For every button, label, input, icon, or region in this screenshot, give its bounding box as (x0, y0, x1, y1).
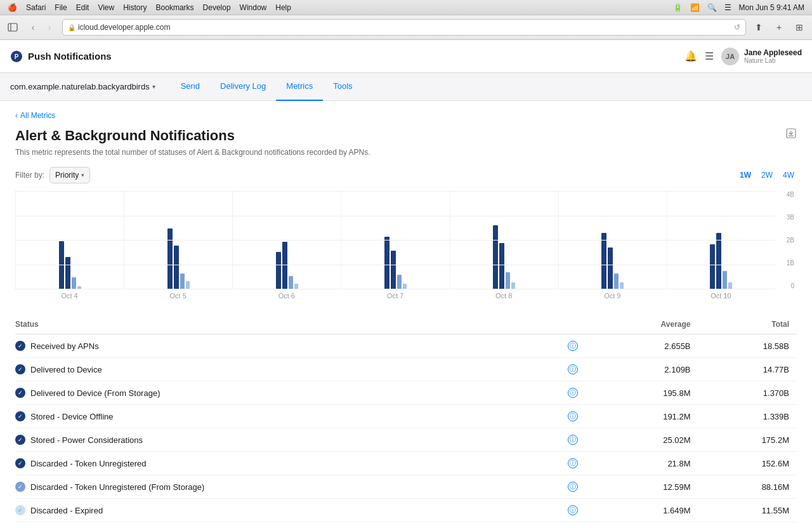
status-label: Discarded - Token Unregistered (From Sto… (30, 482, 204, 492)
chevron-down-icon: ▾ (152, 83, 155, 90)
status-row: ✓ Discarded - Token Unregistered (15, 458, 560, 468)
status-label: Discarded - Expired (30, 506, 103, 515)
priority-filter[interactable]: Priority ▾ (49, 167, 90, 183)
menu-edit[interactable]: Edit (76, 3, 89, 12)
status-label-cell: ✓ Delivered to Device (15, 358, 568, 381)
status-label-cell: ✓ Delivered to Device (From Storage) (15, 381, 568, 405)
apple-icon[interactable]: 🍎 (8, 3, 17, 12)
breadcrumb[interactable]: ‹ All Metrics (15, 111, 797, 120)
tab-send[interactable]: Send (171, 73, 210, 101)
app-logo: P (10, 50, 23, 63)
y-label-3b: 3B (787, 214, 794, 221)
status-info-cell: ⓘ (568, 522, 593, 529)
filter-value: Priority (55, 171, 79, 180)
address-bar[interactable]: 🔒 icloud.developer.apple.com ↺ (62, 19, 746, 36)
status-check-icon: ✓ (15, 458, 25, 468)
info-icon[interactable]: ⓘ (568, 482, 578, 492)
breadcrumb-label: All Metrics (20, 111, 55, 120)
status-table: Status Average Total ✓ Received by APNs … (15, 315, 797, 528)
status-total: 18.58B (698, 334, 797, 358)
status-label: Stored - Device Offline (30, 412, 114, 421)
y-label-0: 0 (790, 282, 794, 289)
status-info-cell: ⓘ (568, 334, 593, 358)
x-label-oct5: Oct 5 (124, 292, 232, 300)
battery-icon: 🔋 (673, 3, 683, 12)
hamburger-menu-button[interactable]: ☰ (705, 50, 714, 62)
tab-delivery-log[interactable]: Delivery Log (210, 73, 276, 101)
nav-tabs: Send Delivery Log Metrics Tools (171, 73, 363, 101)
bar (384, 237, 390, 289)
time-4w-button[interactable]: 4W (780, 169, 797, 181)
bar (511, 282, 515, 289)
status-average: 1.649M (593, 499, 698, 522)
info-icon[interactable]: ⓘ (568, 505, 578, 515)
status-average: 21.8M (593, 452, 698, 475)
info-icon[interactable]: ⓘ (568, 458, 578, 468)
export-button[interactable] (785, 128, 797, 142)
info-icon[interactable]: ⓘ (568, 341, 578, 351)
bar (391, 251, 396, 289)
control-center-icon[interactable]: ☰ (724, 3, 731, 12)
tab-metrics[interactable]: Metrics (276, 73, 323, 101)
status-label-cell: ✓ Discarded - Token Unregistered (15, 452, 568, 475)
x-label-oct10: Oct 10 (667, 292, 775, 300)
search-icon[interactable]: 🔍 (707, 3, 717, 12)
refresh-icon[interactable]: ↺ (734, 23, 740, 32)
tab-tools[interactable]: Tools (323, 73, 362, 101)
info-icon[interactable]: ⓘ (568, 435, 578, 445)
x-label-oct8: Oct 8 (450, 292, 558, 300)
info-icon[interactable]: ⓘ (568, 364, 578, 374)
info-icon[interactable]: ⓘ (568, 388, 578, 398)
menu-bookmarks[interactable]: Bookmarks (156, 3, 194, 12)
status-label: Stored - Power Considerations (30, 435, 143, 445)
menu-safari[interactable]: Safari (26, 3, 46, 12)
x-label-oct7: Oct 7 (341, 292, 449, 300)
mac-os-bar: 🍎 Safari File Edit View History Bookmark… (0, 0, 812, 15)
url-text: icloud.developer.apple.com (78, 23, 170, 32)
forward-button[interactable]: › (42, 20, 57, 35)
menu-history[interactable]: History (123, 3, 147, 12)
status-label-cell: ✓ Discarded - Expired (15, 499, 568, 522)
lock-icon: 🔒 (68, 24, 75, 31)
table-row: ✓ Discarded - Token Unregistered (From S… (15, 475, 797, 499)
menu-file[interactable]: File (55, 3, 67, 12)
nav-buttons: ‹ › (25, 20, 57, 35)
status-section: Status Average Total ✓ Received by APNs … (15, 315, 797, 528)
col-header-total: Total (698, 315, 797, 334)
time-range-selector: 1W 2W 4W (737, 169, 797, 181)
menu-view[interactable]: View (98, 3, 114, 12)
notification-button[interactable]: 🔔 (684, 50, 697, 62)
back-button[interactable]: ‹ (25, 20, 41, 35)
time-1w-button[interactable]: 1W (737, 169, 754, 181)
day-group-oct9 (558, 190, 667, 289)
app-selector[interactable]: com.example.naturelab.backyardbirds ▾ (10, 82, 155, 91)
status-label-cell: ✓ Discarded - Token Unregistered (From S… (15, 475, 568, 499)
nav-bar: com.example.naturelab.backyardbirds ▾ Se… (0, 73, 812, 101)
status-row: ✓ Stored - Power Considerations (15, 435, 560, 445)
y-label-2b: 2B (787, 237, 794, 244)
time-2w-button[interactable]: 2W (759, 169, 775, 181)
app-bar: P Push Notifications 🔔 ☰ JA Jane Applese… (0, 40, 812, 73)
status-check-icon: ✓ (15, 411, 25, 421)
chart-y-axis: 4B 3B 2B 1B 0 (778, 191, 797, 289)
datetime: Mon Jun 5 9:41 AM (739, 3, 804, 12)
menu-window[interactable]: Window (240, 3, 267, 12)
user-name-block: Jane Appleseed Nature Lab (744, 48, 802, 64)
avatar: JA (721, 48, 739, 65)
filter-left: Filter by: Priority ▾ (15, 167, 90, 183)
sidebar-toggle[interactable] (5, 20, 20, 35)
tab-overview-button[interactable]: ⊞ (792, 20, 807, 35)
menu-develop[interactable]: Develop (203, 3, 231, 12)
info-icon[interactable]: ⓘ (568, 411, 578, 421)
status-average: 12.59M (593, 475, 698, 499)
bar (65, 257, 70, 289)
add-tab-button[interactable]: + (771, 20, 787, 35)
mac-menu-bar: 🍎 Safari File Edit View History Bookmark… (8, 3, 291, 12)
menu-help[interactable]: Help (275, 3, 291, 12)
status-average: 25.02M (593, 428, 698, 452)
share-button[interactable]: ⬆ (751, 20, 766, 35)
status-average: 2.109B (593, 358, 698, 381)
status-average: 333.5K (593, 522, 698, 529)
col-header-info (568, 315, 593, 334)
status-info-cell: ⓘ (568, 428, 593, 452)
